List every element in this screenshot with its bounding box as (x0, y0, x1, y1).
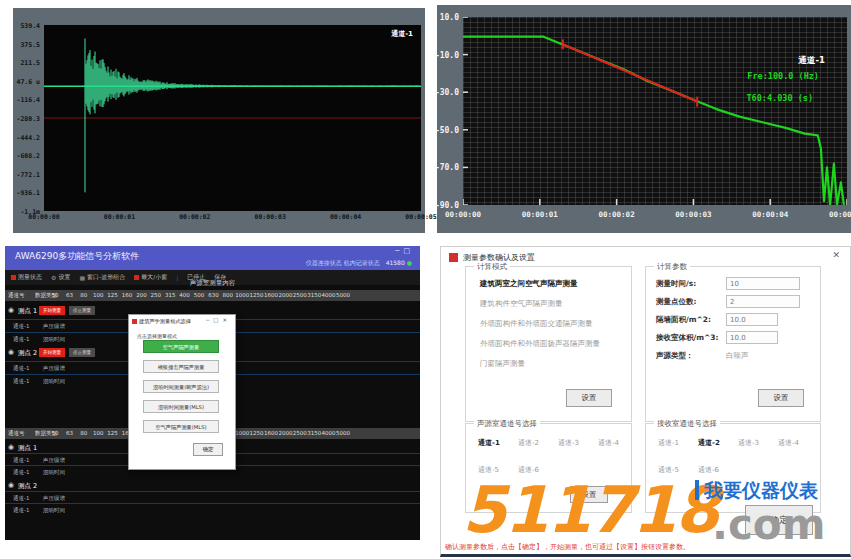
maximize-icon[interactable]: □ (213, 317, 222, 323)
mode-dialog-prompt: 点击选择测量模式 (137, 333, 177, 339)
mode-ok-button[interactable]: 确定 (193, 443, 223, 456)
calc-mode-option-3[interactable]: 外墙面构件和外墙面交通隔声测量 (480, 319, 593, 329)
waveform-y-tick: -116.4 (17, 96, 40, 104)
channel-option-1[interactable]: 通道-1 (478, 438, 500, 448)
param-input[interactable]: 10.0 (726, 331, 778, 344)
start-measure-button[interactable]: 开始测量 (39, 348, 65, 357)
mode-option-3[interactable]: 混响时间测量(断声源法) (143, 380, 219, 393)
stop-measure-button[interactable]: 停止测量 (69, 348, 95, 357)
channel-option-6[interactable]: 通道-6 (698, 465, 719, 475)
source-set-button[interactable]: 设置 (570, 486, 608, 503)
row-channel: 通道-1 (13, 469, 29, 476)
calc-mode-option-2[interactable]: 建筑构件空气声隔声测量 (480, 299, 563, 309)
params-dialog: 测量参数确认及设置 ✕ 计算模式 建筑两室之间空气声隔声测量建筑构件空气声隔声测… (440, 246, 851, 557)
freq-col-1000: 1000 (235, 430, 249, 436)
calc-mode-set-button[interactable]: 设置 (566, 389, 612, 407)
row-channel: 通道-1 (13, 336, 29, 343)
param-static-value: 白噪声 (726, 351, 749, 361)
param-label: 声源类型： (656, 351, 694, 361)
mode-select-dialog: 建筑声学测量模式选择 ─□✕ 点击选择测量模式 确定 空气声隔声测量楼板撞击声隔… (128, 314, 236, 470)
decay-curve (463, 17, 847, 205)
table-row[interactable]: 通道-1声压级谱 (5, 491, 420, 503)
param-input[interactable]: 2 (726, 295, 800, 308)
calc-mode-option-1[interactable]: 建筑两室之间空气声隔声测量 (480, 279, 578, 289)
freq-col-200: 200 (134, 292, 148, 298)
calc-mode-option-5[interactable]: 门窗隔声测量 (480, 359, 525, 369)
waveform-y-axis: 539.4375.5211.547.6 u-116.4-280.3-444.2-… (13, 25, 42, 215)
freq-col-630: 630 (206, 292, 220, 298)
freq-col-4000: 4000 (322, 292, 336, 298)
mode-option-1[interactable]: 空气声隔声测量 (143, 340, 219, 353)
dialog-app-icon (132, 319, 137, 324)
freq-col-2500: 2500 (293, 292, 307, 298)
waveform-channel-label: 通道-1 (391, 29, 413, 39)
waveform-y-tick: -444.2 (17, 134, 40, 142)
channel-option-3[interactable]: 通道-3 (738, 438, 759, 448)
freq-col-2000: 2000 (278, 292, 292, 298)
channel-option-2[interactable]: 通道-2 (698, 438, 720, 448)
point-icon: ◉ (8, 348, 14, 356)
decay-y-tick: -10.0 (435, 51, 459, 60)
mode-option-4[interactable]: 混响时间测量(MLS) (143, 400, 219, 413)
waveform-y-tick: -936.1 (17, 189, 40, 197)
param-input[interactable]: 10 (726, 277, 800, 290)
waveform-x-tick: 00:00:05 (405, 213, 436, 221)
decay-plot: 通道-1 Fre:100.0 (Hz) T60:4.030 (s) (463, 17, 847, 205)
freq-header-row: 通道号数据类型506380100125160200250315400500630… (5, 290, 420, 301)
decay-x-tick: 00:00:00 (445, 210, 481, 219)
point-label: 测点 1 (18, 444, 37, 453)
channel-option-4[interactable]: 通道-4 (598, 438, 619, 448)
channel-option-5[interactable]: 通道-5 (478, 465, 499, 475)
freq-col-1250: 1250 (250, 292, 264, 298)
waveform-y-tick: 539.4 (20, 22, 40, 30)
row-datatype: 混响时间 (43, 336, 65, 343)
point-icon: ◉ (8, 481, 14, 489)
point-label: 测点 2 (18, 482, 37, 491)
close-icon[interactable]: ✕ (222, 317, 231, 323)
confirm-button[interactable]: 确定 (745, 505, 813, 535)
freq-col-63: 63 (62, 292, 76, 298)
freq-col-63: 63 (62, 430, 76, 436)
row-datatype: 混响时间 (43, 378, 65, 385)
freq-col-2000: 2000 (278, 430, 292, 436)
waveform-curve (44, 25, 421, 211)
stop-measure-button[interactable]: 停止测量 (69, 306, 95, 315)
waveform-panel: 539.4375.5211.547.6 u-116.4-280.3-444.2-… (13, 8, 425, 233)
row-datatype: 声压级谱 (43, 323, 65, 330)
decay-x-axis: 00:00:0000:00:0100:00:0200:00:0300:00:04… (463, 209, 847, 223)
waveform-x-tick: 00:00:03 (255, 213, 286, 221)
calc-mode-option-4[interactable]: 外墙面构件和外墙面扬声器隔声测量 (480, 339, 600, 349)
frequency-annotation: Fre:100.0 (Hz) (747, 71, 819, 81)
screenshot-root: 539.4375.5211.547.6 u-116.4-280.3-444.2-… (0, 0, 851, 559)
channel-option-5[interactable]: 通道-5 (658, 465, 679, 475)
decay-y-tick: -70.0 (435, 163, 459, 172)
waveform-plot: 通道-1 (44, 25, 421, 211)
point-label: 测点 1 (18, 307, 37, 316)
waveform-x-axis: 00:00:0000:00:0100:00:0200:00:0300:00:04… (44, 213, 421, 225)
point-icon: ◉ (8, 443, 14, 451)
start-measure-button[interactable]: 开始测量 (39, 306, 65, 315)
decay-y-axis: 10.0-10.0-30.0-50.0-70.0-90.0 (437, 17, 461, 209)
mode-option-5[interactable]: 空气声隔声测量(MLS) (143, 420, 219, 433)
mode-option-2[interactable]: 楼板撞击声隔声测量 (143, 360, 219, 373)
freq-col-800: 800 (221, 292, 235, 298)
freq-col-3150: 3150 (307, 430, 321, 436)
param-label: 测量点位数: (656, 297, 697, 307)
channel-option-2[interactable]: 通道-2 (518, 438, 539, 448)
channel-option-1[interactable]: 通道-1 (658, 438, 679, 448)
freq-col-80: 80 (77, 430, 91, 436)
channel-option-3[interactable]: 通道-3 (558, 438, 579, 448)
param-input[interactable]: 10.0 (726, 313, 778, 326)
calc-params-set-button[interactable]: 设置 (758, 389, 804, 407)
param-label: 测量时间/s: (656, 279, 696, 289)
params-footer-hint: 确认测量参数后，点击【确定】，开始测量，也可通过【设置】按钮设置参数。 (445, 542, 690, 552)
decay-x-tick: 00:00:05 (829, 210, 851, 219)
waveform-y-tick: 375.5 (20, 41, 40, 49)
channel-option-6[interactable]: 通道-6 (518, 465, 539, 475)
channel-option-4[interactable]: 通道-4 (778, 438, 799, 448)
close-icon[interactable]: ✕ (832, 250, 840, 260)
table-row[interactable]: 通道-1混响时间 (5, 503, 420, 515)
row-channel: 通道-1 (13, 495, 29, 502)
waveform-y-tick: 211.5 (20, 59, 40, 67)
mode-dialog-window-controls[interactable]: ─□✕ (206, 317, 231, 323)
